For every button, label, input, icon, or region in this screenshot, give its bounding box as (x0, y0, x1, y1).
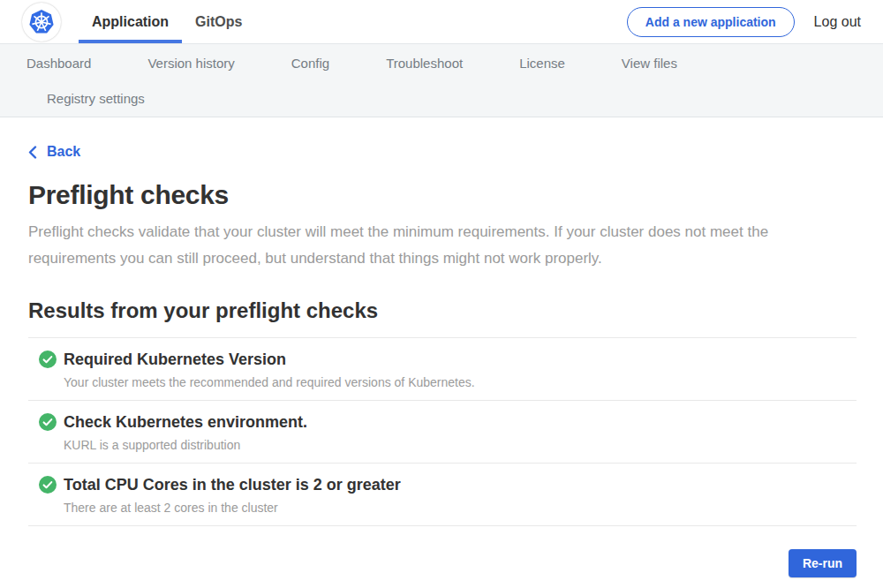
logout-link[interactable]: Log out (814, 14, 861, 30)
add-new-application-button[interactable]: Add a new application (627, 7, 795, 37)
check-result-row: Total CPU Cores in the cluster is 2 or g… (28, 464, 857, 526)
topnav-right: Add a new application Log out (627, 0, 883, 43)
check-result-row: Check Kubernetes environment. KURL is a … (28, 401, 857, 464)
tab-gitops[interactable]: GitOps (182, 0, 255, 43)
primary-tabs: Application GitOps (79, 0, 255, 43)
preflight-checks-page: Back Preflight checks Preflight checks v… (0, 117, 883, 577)
app-sub-navigation: Dashboard Version history Config Trouble… (0, 44, 883, 117)
check-detail: Your cluster meets the recommended and r… (64, 375, 857, 389)
page-title: Preflight checks (28, 180, 857, 210)
subnav-row-1: Dashboard Version history Config Trouble… (0, 45, 883, 80)
tab-gitops-label: GitOps (195, 14, 242, 30)
subnav-item-dashboard[interactable]: Dashboard (26, 56, 91, 71)
kubernetes-logo-icon (27, 8, 56, 36)
back-link[interactable]: Back (28, 144, 80, 160)
check-circle-icon (39, 413, 57, 431)
subnav-item-view-files[interactable]: View files (622, 56, 677, 71)
subnav-item-version-history[interactable]: Version history (147, 56, 234, 71)
page-description: Preflight checks validate that your clus… (28, 219, 834, 272)
check-title: Required Kubernetes Version (64, 351, 286, 369)
check-title: Total CPU Cores in the cluster is 2 or g… (64, 476, 401, 494)
subnav-item-troubleshoot[interactable]: Troubleshoot (386, 56, 463, 71)
subnav-row-2: Registry settings (0, 80, 883, 116)
check-circle-icon (39, 476, 57, 494)
page-actions: Re-run (28, 549, 857, 577)
rerun-button[interactable]: Re-run (789, 549, 857, 577)
check-circle-icon (39, 351, 57, 368)
chevron-left-icon (28, 146, 37, 159)
back-link-label: Back (47, 144, 80, 160)
top-navigation: Application GitOps Add a new application… (0, 0, 883, 44)
check-detail: There are at least 2 cores in the cluste… (64, 501, 857, 515)
tab-application[interactable]: Application (79, 0, 182, 43)
subnav-item-license[interactable]: License (519, 56, 565, 71)
check-title: Check Kubernetes environment. (64, 413, 307, 432)
app-logo (22, 3, 61, 41)
tab-application-label: Application (92, 14, 169, 30)
check-result-row: Required Kubernetes Version Your cluster… (28, 338, 857, 401)
subnav-item-config[interactable]: Config (291, 56, 329, 71)
check-detail: KURL is a supported distribution (64, 438, 857, 452)
subnav-item-registry-settings[interactable]: Registry settings (47, 91, 145, 106)
preflight-results-list: Required Kubernetes Version Your cluster… (28, 337, 857, 526)
results-heading: Results from your preflight checks (28, 298, 857, 323)
